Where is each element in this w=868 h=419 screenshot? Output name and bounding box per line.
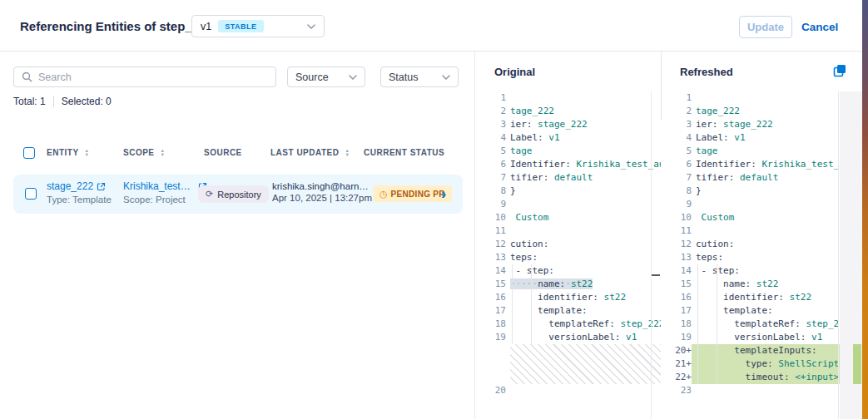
line-number: 14 <box>486 264 506 278</box>
line-number: 13 <box>672 251 692 264</box>
refreshed-pane-title: Refreshed <box>680 66 733 78</box>
page-title: Referencing Entities of step_222 <box>20 19 213 33</box>
code-line: 6Identifier: Krishika_test_aut <box>672 158 845 171</box>
line-number: 12 <box>486 238 506 251</box>
entity-cell: stage_222 Type: Template <box>47 180 112 205</box>
sort-icon[interactable]: ▲▼ <box>345 149 350 156</box>
indent-guide <box>717 264 717 384</box>
line-number: 6 <box>486 158 506 171</box>
update-button[interactable]: Update <box>739 16 792 38</box>
entities-panel: Source Status Total: 1 Selected: 0 ENTIT… <box>0 52 474 419</box>
code-line: 1 <box>672 91 845 105</box>
version-dropdown[interactable]: v1 STABLE <box>191 15 325 37</box>
code-line: 9 <box>486 198 661 211</box>
line-number: 9 <box>486 198 506 211</box>
line-number: 22+ <box>672 371 692 384</box>
line-number: 17 <box>486 304 506 318</box>
line-number: 23 <box>672 384 692 397</box>
line-number: 9 <box>672 198 692 211</box>
selection-summary: Total: 1 Selected: 0 <box>13 96 112 107</box>
line-number: 19 <box>486 331 506 344</box>
updated-by: krishika.singh@harnes... <box>272 181 372 191</box>
code-line: 23 <box>672 384 845 397</box>
selected-count: Selected: 0 <box>62 96 112 107</box>
status-filter-label: Status <box>389 71 418 83</box>
code-line: 8} <box>672 185 845 198</box>
scope-link[interactable]: Krishika_test_au... <box>123 180 208 192</box>
row-expand-chevron[interactable]: › <box>441 183 446 205</box>
select-all-checkbox[interactable] <box>23 147 35 159</box>
sort-icon[interactable]: ▲▼ <box>161 149 166 156</box>
line-number: 4 <box>486 131 506 145</box>
scope-cell: Krishika_test_au... Scope: Project <box>123 180 208 205</box>
added-lines-marker <box>853 344 861 384</box>
line-number: 15 <box>672 278 692 291</box>
copy-icon[interactable] <box>833 63 848 78</box>
line-number: 16 <box>486 291 506 304</box>
line-number: 1 <box>486 91 506 105</box>
scope-sub: Scope: Project <box>123 195 208 205</box>
search-input[interactable] <box>38 71 275 83</box>
chevron-down-icon <box>349 75 357 80</box>
updated-at: Apr 10, 2025 | 13:27pm <box>272 193 372 203</box>
line-number: 1 <box>672 91 692 105</box>
line-number: 10 <box>672 211 692 224</box>
indent-guide <box>531 264 532 344</box>
line-number: 2 <box>672 105 692 118</box>
column-header-scope[interactable]: SCOPE▲▼ <box>123 148 165 157</box>
code-line: 13teps: <box>672 251 845 264</box>
original-editor[interactable]: 12tage_2223ier: stage_2224Label: v15tage… <box>486 91 661 419</box>
pane-divider <box>661 52 662 121</box>
cancel-button[interactable]: Cancel <box>801 16 838 38</box>
code-line: 10 Custom <box>486 211 661 224</box>
code-line: 3ier: stage_222 <box>486 118 661 131</box>
repository-icon: ⟳ <box>206 189 213 200</box>
chevron-down-icon <box>442 75 450 80</box>
divider <box>53 96 54 107</box>
code-line: 8} <box>486 185 661 198</box>
source-chip: ⟳ Repository <box>198 185 269 203</box>
entity-link[interactable]: stage_222 <box>47 180 112 192</box>
clock-icon: ◷ <box>379 189 388 200</box>
total-count: Total: 1 <box>13 96 46 107</box>
line-number: 16 <box>672 291 692 304</box>
row-checkbox[interactable] <box>25 188 37 200</box>
source-chip-label: Repository <box>217 190 261 200</box>
code-line: 9 <box>672 198 845 211</box>
line-number: 3 <box>486 118 506 131</box>
line-number: 14 <box>672 264 692 278</box>
search-box[interactable] <box>13 67 276 87</box>
line-number: 7 <box>486 171 506 185</box>
external-link-icon[interactable] <box>97 182 106 191</box>
line-number: 18 <box>672 318 692 331</box>
line-number: 10 <box>486 211 506 224</box>
version-label: v1 <box>201 21 211 32</box>
table-header-row: ENTITY▲▼SCOPE▲▼SOURCELAST UPDATED▲▼CURRE… <box>0 148 474 161</box>
code-line: 4Label: v1 <box>486 131 661 145</box>
drawer-header: Referencing Entities of step_222 v1 STAB… <box>0 0 868 52</box>
line-number: 5 <box>486 145 506 158</box>
cursor-position-marker <box>652 274 660 276</box>
line-number: 15 <box>486 278 506 291</box>
last-updated-cell: krishika.singh@harnes... Apr 10, 2025 | … <box>272 181 372 203</box>
source-filter-dropdown[interactable]: Source <box>287 67 365 87</box>
column-header-last-updated[interactable]: LAST UPDATED▲▼ <box>270 148 350 157</box>
line-number: 20+ <box>672 344 692 357</box>
line-number: 6 <box>672 158 692 171</box>
sort-icon[interactable]: ▲▼ <box>85 149 90 156</box>
line-number: 13 <box>486 251 506 264</box>
line-number: 5 <box>672 145 692 158</box>
column-header-entity[interactable]: ENTITY▲▼ <box>47 148 90 157</box>
code-line: 7tifier: default <box>486 171 661 185</box>
status-badge: ◷ PENDING PR <box>373 185 452 202</box>
code-line: 11 <box>486 224 661 238</box>
code-line: 2tage_222 <box>672 105 845 118</box>
code-line: 5tage <box>672 145 845 158</box>
diff-placeholder-hatch <box>510 344 661 384</box>
code-line: 20 <box>486 384 661 397</box>
entity-name: stage_222 <box>47 180 93 192</box>
line-number: 21+ <box>672 357 692 371</box>
status-filter-dropdown[interactable]: Status <box>380 67 459 87</box>
table-row[interactable]: stage_222 Type: Template Krishika_test_a… <box>13 175 463 214</box>
code-line: 5tage <box>486 145 661 158</box>
